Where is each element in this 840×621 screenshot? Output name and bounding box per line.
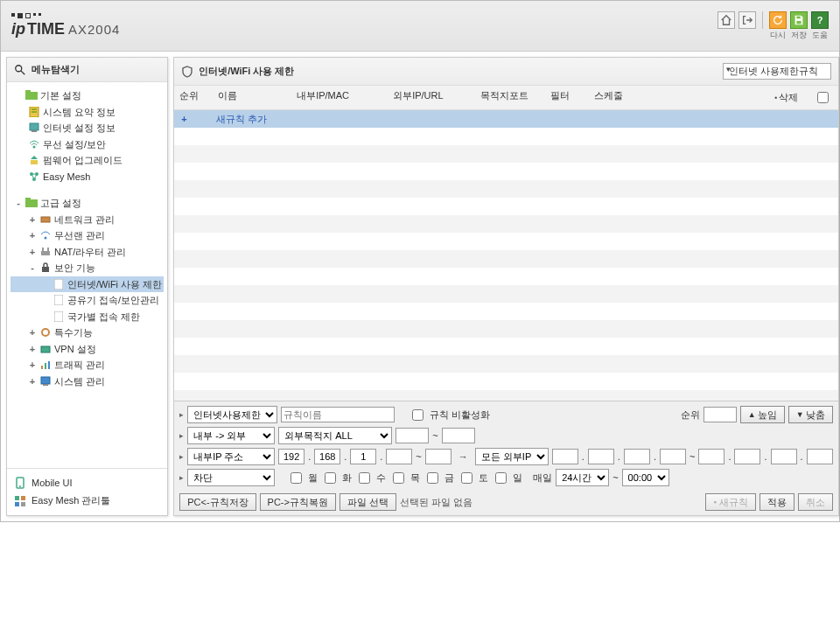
- tree-item[interactable]: +네트워크 관리: [10, 212, 164, 228]
- refresh-icon[interactable]: [769, 11, 787, 29]
- day-tue[interactable]: [325, 472, 336, 484]
- col-int: 내부IP/MAC: [297, 89, 393, 106]
- svg-rect-25: [54, 295, 63, 305]
- tree-item[interactable]: +NAT/라우터 관리: [10, 244, 164, 261]
- add-rule-row[interactable]: + 새규칙 추가: [174, 110, 837, 128]
- folder-icon: [25, 90, 38, 101]
- action-select[interactable]: 차단: [187, 469, 275, 486]
- sidebar: 메뉴탐색기 기본 설정 시스템 요약 정보 인터넷 설정 정보 무선 설정/보안…: [6, 57, 168, 516]
- expand-icon[interactable]: +: [28, 245, 37, 260]
- brand-ip: ip: [11, 20, 25, 38]
- eip-b[interactable]: [588, 449, 614, 464]
- tree-item[interactable]: 펌웨어 업그레이드: [10, 152, 164, 169]
- main-panel: 인터넷/WiFi 사용 제한 인터넷 사용제한규칙 순위 이름 내부IP/MAC…: [173, 57, 838, 516]
- new-rule-button[interactable]: ▪새규칙: [705, 493, 755, 511]
- tree-security[interactable]: -보안 기능: [10, 260, 164, 276]
- rule-type-dropdown[interactable]: 인터넷사용제한: [187, 406, 277, 423]
- tree-item[interactable]: +VPN 설정: [10, 341, 164, 358]
- eip-d[interactable]: [660, 449, 686, 464]
- file-select-button[interactable]: 파일 선택: [340, 493, 396, 511]
- rule-type-select[interactable]: 인터넷 사용제한규칙: [723, 63, 831, 80]
- collapse-icon[interactable]: -: [28, 261, 37, 276]
- ip-a[interactable]: [278, 449, 304, 464]
- tree-item[interactable]: 인터넷 설정 정보: [10, 120, 164, 136]
- allday-select[interactable]: 24시간: [556, 469, 609, 486]
- tree-advanced[interactable]: - 고급 설정: [10, 195, 164, 212]
- svg-rect-1: [796, 20, 801, 24]
- port-from-input[interactable]: [396, 428, 429, 443]
- time-end-select[interactable]: 00:00: [622, 469, 669, 486]
- restore-from-pc-button[interactable]: PC->규칙복원: [260, 493, 336, 511]
- mobile-ui-link[interactable]: Mobile UI: [14, 474, 160, 492]
- ip-d[interactable]: [386, 449, 412, 464]
- plus-icon: +: [181, 114, 199, 124]
- src-type-select[interactable]: 내부IP 주소: [187, 448, 275, 465]
- delete-all-checkbox[interactable]: [817, 92, 829, 103]
- expand-icon[interactable]: +: [28, 228, 37, 243]
- svg-rect-39: [21, 502, 25, 506]
- expand-icon[interactable]: +: [28, 342, 37, 357]
- tree-basic[interactable]: 기본 설정: [10, 87, 164, 104]
- day-thu[interactable]: [393, 472, 404, 484]
- rule-name-input[interactable]: [281, 407, 395, 422]
- logout-icon[interactable]: [738, 11, 756, 29]
- day-sun[interactable]: [495, 472, 507, 484]
- header-bar: ipTIME AX2004 다시: [1, 1, 839, 52]
- easymesh-link[interactable]: Easy Mesh 관리툴: [14, 492, 160, 510]
- tree-item[interactable]: 무선 설정/보안: [10, 136, 164, 153]
- svg-rect-24: [54, 279, 63, 290]
- brand-logo: ipTIME AX2004: [11, 13, 120, 38]
- home-icon[interactable]: [718, 11, 735, 29]
- tree-item[interactable]: +무선랜 관리: [10, 227, 164, 244]
- search-icon: [14, 64, 26, 76]
- tree-item[interactable]: +트래픽 관리: [10, 357, 164, 373]
- tree-item[interactable]: 공유기 접속/보안관리: [10, 292, 164, 309]
- save-icon[interactable]: [790, 11, 808, 29]
- svg-rect-26: [54, 311, 63, 322]
- ip-d2[interactable]: [425, 449, 452, 464]
- order-up-button[interactable]: ▲높임: [740, 406, 785, 423]
- disable-rule-checkbox[interactable]: [412, 409, 424, 421]
- tree-item[interactable]: 시스템 요약 정보: [10, 104, 164, 121]
- expand-icon[interactable]: +: [28, 374, 37, 389]
- expand-icon[interactable]: +: [28, 213, 37, 227]
- eip-c[interactable]: [624, 449, 650, 464]
- day-mon[interactable]: [290, 472, 302, 484]
- expand-icon[interactable]: +: [28, 358, 37, 373]
- expand-icon[interactable]: +: [28, 325, 37, 340]
- order-down-button[interactable]: ▼낮춤: [788, 406, 833, 423]
- tree-item[interactable]: 국가별 접속 제한: [10, 309, 164, 325]
- svg-line-3: [21, 70, 24, 73]
- svg-rect-30: [45, 363, 46, 369]
- apply-button[interactable]: 적용: [760, 493, 794, 511]
- collapse-icon[interactable]: -: [14, 196, 23, 211]
- day-sat[interactable]: [461, 472, 472, 484]
- tree-item[interactable]: +특수기능: [10, 324, 164, 341]
- doc-icon: [28, 107, 40, 117]
- cancel-button[interactable]: 취소: [798, 493, 833, 511]
- help-icon[interactable]: ?: [811, 11, 829, 29]
- eip-d2[interactable]: [807, 449, 833, 464]
- port-to-input[interactable]: [442, 428, 475, 443]
- day-wed[interactable]: [359, 472, 370, 484]
- tree-item[interactable]: +시스템 관리: [10, 373, 164, 390]
- col-name: 이름: [218, 89, 297, 106]
- eip-b2[interactable]: [734, 449, 760, 464]
- eip-c2[interactable]: [771, 449, 797, 464]
- ext-ip-select[interactable]: 모든 외부IP: [475, 448, 549, 465]
- ip-c[interactable]: [350, 449, 376, 464]
- tree-item-selected[interactable]: 인터넷/WiFi 사용 제한: [10, 276, 164, 293]
- page-icon: [52, 279, 65, 290]
- dest-select[interactable]: 외부목적지 ALL: [278, 427, 392, 444]
- save-to-pc-button[interactable]: PC<-규칙저장: [179, 493, 256, 511]
- eip-a[interactable]: [552, 449, 578, 464]
- svg-rect-20: [41, 251, 50, 255]
- svg-rect-33: [43, 384, 48, 386]
- ip-b[interactable]: [314, 449, 340, 464]
- day-fri[interactable]: [427, 472, 438, 484]
- tree-item[interactable]: Easy Mesh: [10, 169, 164, 185]
- order-input[interactable]: [704, 407, 737, 422]
- direction-select[interactable]: 내부 -> 외부: [187, 427, 275, 444]
- eip-a2[interactable]: [698, 449, 724, 464]
- mesh-icon: [28, 171, 40, 182]
